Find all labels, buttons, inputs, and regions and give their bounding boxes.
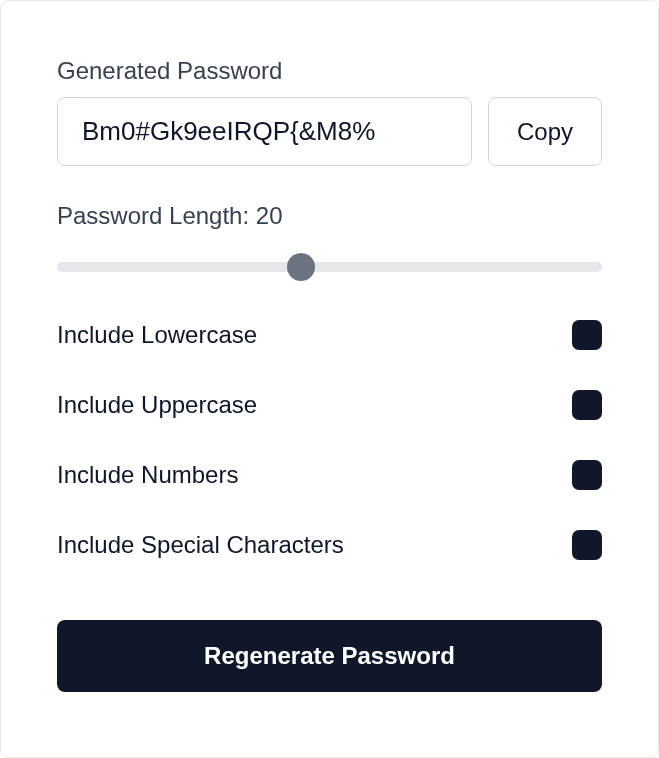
toggle-uppercase[interactable] bbox=[572, 390, 602, 420]
copy-button[interactable]: Copy bbox=[488, 97, 602, 166]
regenerate-button[interactable]: Regenerate Password bbox=[57, 620, 602, 692]
generated-password-label: Generated Password bbox=[57, 57, 602, 85]
option-label-uppercase: Include Uppercase bbox=[57, 391, 257, 419]
toggle-numbers[interactable] bbox=[572, 460, 602, 490]
option-row-special: Include Special Characters bbox=[57, 530, 602, 560]
toggle-lowercase[interactable] bbox=[572, 320, 602, 350]
password-length-slider-wrap bbox=[57, 258, 602, 276]
option-row-numbers: Include Numbers bbox=[57, 460, 602, 490]
generated-password-row: Copy bbox=[57, 97, 602, 166]
generated-password-output[interactable] bbox=[57, 97, 472, 166]
option-row-uppercase: Include Uppercase bbox=[57, 390, 602, 420]
toggle-special[interactable] bbox=[572, 530, 602, 560]
password-length-label-prefix: Password Length: bbox=[57, 202, 256, 229]
option-label-special: Include Special Characters bbox=[57, 531, 344, 559]
password-length-slider[interactable] bbox=[57, 262, 602, 272]
option-label-lowercase: Include Lowercase bbox=[57, 321, 257, 349]
password-length-label: Password Length: 20 bbox=[57, 202, 602, 230]
password-generator-panel: Generated Password Copy Password Length:… bbox=[0, 0, 659, 758]
option-row-lowercase: Include Lowercase bbox=[57, 320, 602, 350]
option-label-numbers: Include Numbers bbox=[57, 461, 238, 489]
password-length-value: 20 bbox=[256, 202, 283, 229]
